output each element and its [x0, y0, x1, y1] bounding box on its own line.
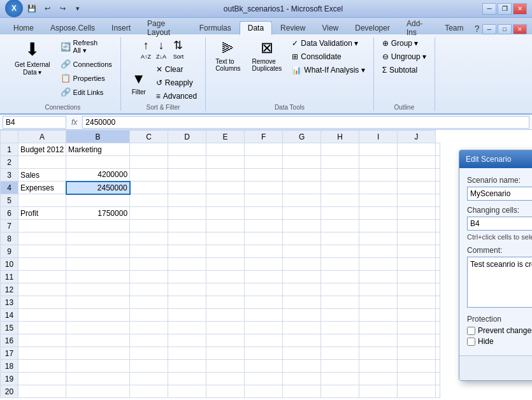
cell-r9c7[interactable]	[283, 245, 321, 258]
cell-r19c4[interactable]	[168, 373, 206, 385]
row-header-12[interactable]: 12	[1, 283, 18, 296]
row-header-10[interactable]: 10	[1, 258, 18, 271]
cell-r2c7[interactable]	[283, 156, 321, 169]
tab-insert[interactable]: Insert	[103, 20, 139, 34]
cell-r20c11[interactable]	[436, 385, 440, 398]
cell-r1c6[interactable]	[245, 143, 283, 156]
cell-r3c7[interactable]	[283, 169, 321, 182]
col-header-a[interactable]: A	[18, 131, 66, 143]
sort-btn[interactable]: ⇅ Sort	[169, 37, 187, 61]
row-header-17[interactable]: 17	[1, 347, 18, 360]
cell-r5c11[interactable]	[436, 194, 440, 207]
cell-r4c11[interactable]	[436, 182, 440, 194]
cell-r15c3[interactable]	[130, 322, 168, 334]
cell-r1c9[interactable]	[359, 143, 398, 156]
cell-r3c8[interactable]	[321, 169, 359, 182]
cell-r10c10[interactable]	[398, 258, 436, 271]
cell-r6c4[interactable]	[168, 207, 206, 220]
remove-duplicates-btn[interactable]: ⊠ RemoveDuplicates	[248, 37, 287, 74]
row-header-18[interactable]: 18	[1, 360, 18, 373]
cell-r18c8[interactable]	[321, 360, 359, 373]
cell-r17c6[interactable]	[245, 347, 283, 360]
cell-r7c6[interactable]	[245, 220, 283, 232]
office-button[interactable]: X	[5, 0, 23, 17]
cell-r8c1[interactable]	[18, 232, 66, 245]
save-quick-btn[interactable]: 💾	[25, 3, 38, 15]
cell-r18c10[interactable]	[398, 360, 436, 373]
row-header-8[interactable]: 8	[1, 232, 18, 245]
cell-r9c11[interactable]	[436, 245, 440, 258]
cell-r3c4[interactable]	[168, 169, 206, 182]
cell-r2c6[interactable]	[245, 156, 283, 169]
cell-r11c4[interactable]	[168, 271, 206, 283]
cell-r2c3[interactable]	[130, 156, 168, 169]
cell-r10c1[interactable]	[18, 258, 66, 271]
cell-r19c1[interactable]	[18, 373, 66, 385]
tab-review[interactable]: Review	[272, 20, 313, 34]
cell-r20c10[interactable]	[398, 385, 436, 398]
cell-r2c11[interactable]	[436, 156, 440, 169]
cell-r8c11[interactable]	[436, 232, 440, 245]
cell-r5c4[interactable]	[168, 194, 206, 207]
cell-r15c8[interactable]	[321, 322, 359, 334]
cell-r14c2[interactable]	[66, 309, 130, 322]
cell-r1c10[interactable]	[398, 143, 436, 156]
cell-r20c1[interactable]	[18, 385, 66, 398]
cell-r12c7[interactable]	[283, 283, 321, 296]
cell-r13c8[interactable]	[321, 296, 359, 309]
cell-r19c6[interactable]	[245, 373, 283, 385]
row-header-16[interactable]: 16	[1, 334, 18, 347]
cell-r5c2[interactable]	[66, 194, 130, 207]
cell-r7c2[interactable]	[66, 220, 130, 232]
filter-btn[interactable]: ▼ Filter	[126, 69, 152, 97]
cell-r18c9[interactable]	[359, 360, 398, 373]
tab-view[interactable]: View	[313, 20, 347, 34]
cell-r12c11[interactable]	[436, 283, 440, 296]
cell-r20c2[interactable]	[66, 385, 130, 398]
cell-r10c11[interactable]	[436, 258, 440, 271]
cell-r6c8[interactable]	[321, 207, 359, 220]
cell-r1c4[interactable]	[168, 143, 206, 156]
cell-r2c8[interactable]	[321, 156, 359, 169]
cell-r16c2[interactable]	[66, 334, 130, 347]
tab-team[interactable]: Team	[436, 20, 471, 34]
cell-r18c11[interactable]	[436, 360, 440, 373]
cell-r20c7[interactable]	[283, 385, 321, 398]
cell-r15c6[interactable]	[245, 322, 283, 334]
connections-btn[interactable]: 🔗 Connections	[57, 57, 115, 71]
row-header-7[interactable]: 7	[1, 220, 18, 232]
cell-r3c10[interactable]	[398, 169, 436, 182]
cell-r17c9[interactable]	[359, 347, 398, 360]
cell-r20c4[interactable]	[168, 385, 206, 398]
data-validation-btn[interactable]: ✓ Data Validation ▾	[289, 37, 368, 50]
cell-r20c8[interactable]	[321, 385, 359, 398]
row-header-13[interactable]: 13	[1, 296, 18, 309]
cell-r18c2[interactable]	[66, 360, 130, 373]
cell-r13c9[interactable]	[359, 296, 398, 309]
cell-r18c5[interactable]	[206, 360, 245, 373]
cell-r15c7[interactable]	[283, 322, 321, 334]
cell-r12c3[interactable]	[130, 283, 168, 296]
tab-aspose[interactable]: Aspose.Cells	[42, 20, 103, 34]
cell-r15c11[interactable]	[436, 322, 440, 334]
cell-r1c1[interactable]: Budget 2012	[18, 143, 66, 156]
cell-r13c6[interactable]	[245, 296, 283, 309]
undo-quick-btn[interactable]: ↩	[41, 3, 54, 15]
cell-r8c9[interactable]	[359, 232, 398, 245]
cell-r4c3[interactable]	[130, 182, 168, 194]
cell-r3c9[interactable]	[359, 169, 398, 182]
cell-r1c11[interactable]	[436, 143, 440, 156]
cell-r12c4[interactable]	[168, 283, 206, 296]
col-header-f[interactable]: F	[245, 131, 283, 143]
cell-r12c1[interactable]	[18, 283, 66, 296]
ungroup-btn[interactable]: ⊖ Ungroup ▾	[379, 50, 429, 63]
cell-r8c8[interactable]	[321, 232, 359, 245]
cell-r7c9[interactable]	[359, 220, 398, 232]
sort-az-btn[interactable]: ↑ A↑Z	[139, 37, 153, 61]
cell-r9c6[interactable]	[245, 245, 283, 258]
cell-r8c3[interactable]	[130, 232, 168, 245]
cell-r15c2[interactable]	[66, 322, 130, 334]
cell-r13c11[interactable]	[436, 296, 440, 309]
cell-r11c1[interactable]	[18, 271, 66, 283]
cell-r5c7[interactable]	[283, 194, 321, 207]
